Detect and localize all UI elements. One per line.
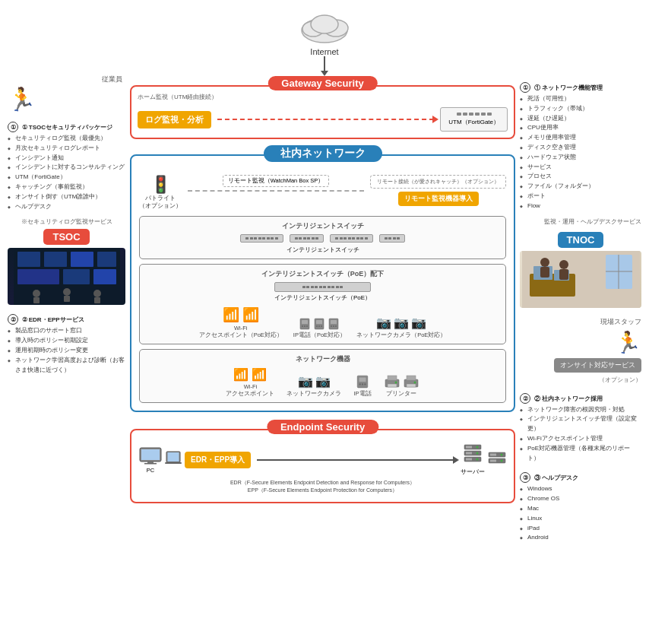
- utm-dots: [448, 113, 499, 116]
- switch-dot: [340, 286, 343, 288]
- tsoc-image-inner: [8, 248, 125, 305]
- network-devices-section: ネットワーク機器 📶 📶 Wi-Fi アクセスポイント: [139, 349, 506, 403]
- gateway-content: ログ監視・分析: [138, 107, 508, 132]
- switch-dot: [388, 237, 391, 240]
- svg-point-67: [501, 460, 503, 462]
- wifi-ap-poe-device: 📶 📶 Wi-Fi アクセスポイント（PoE対応）: [199, 306, 283, 339]
- tsoc-package-list: セキュリティログ監視（最優先） 月次セキュリティログレポート インシデント通知 …: [8, 134, 125, 211]
- main-layout: 従業員 🏃 ① ① TSOCセキュリティパッケージ セキュリティログ監視（最優先…: [8, 75, 641, 543]
- onsite-btn[interactable]: オンサイト対応サービス: [554, 358, 641, 373]
- poe-devices-row: 📶 📶 Wi-Fi アクセスポイント（PoE対応）: [144, 306, 501, 339]
- svg-rect-73: [540, 267, 549, 278]
- employee-label: 従業員: [8, 75, 122, 84]
- internet-section: Internet: [8, 8, 641, 71]
- endpoint-desc: EDR（F-Secure Elements Endpoint Detection…: [139, 479, 506, 494]
- wifi-icon-4: 📶: [252, 367, 267, 382]
- list-item: インテリジェントスイッチ管理（設定変更）: [520, 414, 641, 434]
- list-item: ファイル（フォルダー）: [520, 182, 641, 192]
- svg-point-31: [333, 325, 334, 327]
- svg-rect-9: [17, 269, 59, 284]
- list-item: オンサイト倒す（UTM誰誰中）: [8, 192, 125, 202]
- internal-network-title: 社内ネットワーク: [264, 145, 382, 162]
- list-item: ネットワーク学習高度および診断（お客さま快適に近づく）: [8, 356, 125, 376]
- list-item: 遅延（ひ遅延）: [520, 114, 641, 124]
- svg-point-37: [364, 383, 366, 385]
- network-devices-title: ネットワーク機器: [144, 354, 501, 364]
- pc-icon: [139, 447, 162, 465]
- list-item: Chrome OS: [520, 494, 641, 504]
- intelligent-switch-title: インテリジェントスイッチ: [144, 221, 501, 231]
- tsoc-package-section: ① ① TSOCセキュリティパッケージ セキュリティログ監視（最優先） 月次セキ…: [8, 122, 125, 211]
- switch-box-dots: [385, 237, 400, 240]
- server-icon: [464, 444, 482, 467]
- poe-switch-box: インテリジェントスイッチ（PoE）: [274, 282, 371, 302]
- intelligent-switch-poe-label: インテリジェントスイッチ（PoE）: [274, 293, 371, 302]
- circle-2: ②: [8, 314, 18, 325]
- wifi-icon-2: 📶: [242, 306, 259, 323]
- svg-rect-15: [64, 296, 70, 302]
- switch-box-dots: [335, 237, 368, 240]
- svg-point-3: [311, 15, 338, 33]
- wifi-icon: 📶: [223, 306, 239, 323]
- network-camera-device: 📷 📷 ネットワークカメラ: [287, 374, 341, 398]
- list-item: ヘルプデスク: [8, 202, 125, 212]
- camera-icon-5: 📷: [315, 374, 331, 389]
- switch-dot: [397, 237, 400, 240]
- internet-cloud: [294, 8, 355, 46]
- svg-rect-75: [559, 269, 568, 280]
- list-item: 運用初期時のポリシー変更: [8, 346, 125, 356]
- utm-box: UTM（FortiGate）: [440, 107, 508, 132]
- switch-dot: [306, 286, 309, 288]
- svg-rect-17: [94, 297, 100, 303]
- tnoc-image: [520, 251, 641, 308]
- printer-icon: [384, 375, 400, 389]
- svg-rect-47: [141, 449, 160, 460]
- svg-rect-6: [44, 252, 67, 267]
- switch-dot: [323, 286, 326, 288]
- switch-box: [290, 234, 324, 243]
- switch-dot: [271, 237, 274, 240]
- switch-dot: [360, 237, 363, 240]
- svg-point-14: [63, 288, 71, 296]
- right-sidebar: ① ① ネットワーク機能管理 死活（可用性） トラフィック（帯域） 遅延（ひ遅延…: [520, 75, 641, 543]
- switch-dot: [348, 237, 351, 240]
- network-camera-label: ネットワークカメラ: [287, 390, 341, 398]
- tsoc-badge: TSOC: [43, 229, 89, 245]
- tnoc-badge: TNOC: [558, 232, 604, 248]
- remote-monitor-section: リモート接続（が愛されキャッチ）（オプション） リモート監視機器導入: [370, 175, 506, 206]
- switch-dot: [250, 237, 253, 240]
- list-item: 死活（可用性）: [520, 94, 641, 104]
- poe-switch-box-wrap: インテリジェントスイッチ（PoE）: [144, 282, 501, 302]
- switch-devices-row: [144, 234, 501, 244]
- svg-rect-57: [466, 452, 472, 455]
- svg-point-55: [476, 446, 479, 449]
- network-camera-poe-device: 📷 📷 📷 ネットワークカメラ（PoE対応）: [356, 316, 446, 339]
- switch-dot: [352, 237, 355, 240]
- switch-box: [379, 234, 406, 243]
- svg-rect-43: [407, 376, 416, 380]
- camera-icon-4: 📷: [298, 374, 313, 389]
- switch-dot: [336, 286, 339, 288]
- internet-arrow: [324, 56, 325, 71]
- remote-watch-arrow: [188, 190, 364, 192]
- switch-dot: [365, 237, 368, 240]
- tnoc-badge-wrap: TNOC: [520, 232, 641, 248]
- svg-rect-60: [466, 458, 472, 461]
- list-item: Android: [520, 533, 641, 543]
- log-analysis-btn[interactable]: ログ監視・分析: [138, 111, 211, 128]
- tnoc-network-section: ① ① ネットワーク機能管理 死活（可用性） トラフィック（帯域） 遅延（ひ遅延…: [520, 82, 641, 211]
- svg-rect-29: [331, 320, 337, 324]
- svg-point-36: [362, 383, 363, 385]
- edr-btn[interactable]: EDR・EPP導入: [185, 452, 251, 468]
- svg-rect-34: [359, 377, 366, 382]
- list-item: セキュリティログ監視（最優先）: [8, 134, 125, 144]
- tsoc-image: [8, 248, 125, 305]
- tnoc-network-list: 死活（可用性） トラフィック（帯域） 遅延（ひ遅延） CPU使用率 メモリ使用率…: [520, 94, 641, 211]
- remote-monitor-btn[interactable]: リモート監視機器導入: [398, 192, 479, 206]
- list-item: UTM（FortiGate）: [8, 173, 125, 182]
- tsoc-section: ※セキュリティログ監視サービス TSOC: [8, 217, 125, 305]
- edr-service-title: ② ② EDR・EPPサービス: [8, 314, 125, 325]
- svg-rect-19: [302, 320, 308, 324]
- arrow-right-icon-2: [453, 456, 459, 464]
- list-item: インシデントに対するコンサルティング: [8, 163, 125, 173]
